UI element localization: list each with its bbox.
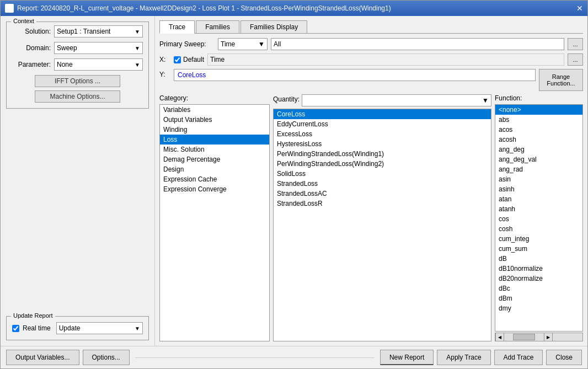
- quantity-label: Quantity:: [273, 95, 300, 103]
- list-item[interactable]: ang_deg: [495, 145, 582, 154]
- list-item[interactable]: StrandedLossR: [274, 199, 491, 208]
- tab-families-display[interactable]: Families Display: [240, 20, 307, 33]
- list-item[interactable]: Winding: [160, 125, 269, 135]
- y-value-display: CoreLoss: [174, 69, 536, 81]
- scroll-thumb[interactable]: [513, 334, 535, 340]
- list-item[interactable]: PerWindingStrandedLoss(Winding1): [274, 149, 491, 159]
- list-item[interactable]: dB20normalize: [495, 274, 582, 284]
- list-item[interactable]: cosh: [495, 224, 582, 234]
- quantity-select[interactable]: ▼: [302, 94, 491, 106]
- main-window: Report: 20240820_R-L_current_voltage - M…: [0, 0, 588, 369]
- list-item[interactable]: ExcessLoss: [274, 129, 491, 139]
- primary-sweep-dots-button[interactable]: ...: [568, 38, 583, 50]
- list-item[interactable]: EddyCurrentLoss: [274, 119, 491, 129]
- domain-label: Domain:: [12, 44, 51, 52]
- primary-sweep-select[interactable]: Time ▼: [218, 38, 268, 50]
- primary-sweep-arrow-icon: ▼: [258, 40, 265, 48]
- category-column: Category: Variables Output Variables Win…: [159, 94, 270, 341]
- list-item[interactable]: HysteresisLoss: [274, 139, 491, 149]
- list-item[interactable]: asinh: [495, 184, 582, 194]
- function-column: Function: <none> abs acos acosh ang_deg …: [495, 94, 583, 341]
- update-report-group: Update Report Real time Update ▼: [6, 316, 149, 340]
- list-item[interactable]: Variables: [160, 105, 269, 115]
- list-item[interactable]: <none>: [495, 105, 582, 115]
- quantity-arrow-icon: ▼: [482, 97, 489, 104]
- title-bar-left: Report: 20240820_R-L_current_voltage - M…: [5, 4, 391, 13]
- window-title: Report: 20240820_R-L_current_voltage - M…: [17, 4, 391, 12]
- list-item[interactable]: cos: [495, 214, 582, 224]
- list-item[interactable]: abs: [495, 115, 582, 125]
- category-list: Variables Output Variables Winding Loss …: [159, 104, 270, 341]
- primary-sweep-label: Primary Sweep:: [159, 40, 215, 48]
- list-item[interactable]: StrandedLossAC: [274, 189, 491, 199]
- x-dots-button[interactable]: ...: [568, 54, 583, 66]
- list-item[interactable]: StrandedLoss: [274, 179, 491, 189]
- list-item[interactable]: atan: [495, 194, 582, 204]
- list-item[interactable]: dmy: [495, 303, 582, 313]
- quantity-header: Quantity: ▼: [273, 94, 491, 106]
- list-item[interactable]: acos: [495, 125, 582, 135]
- close-window-icon[interactable]: ✕: [576, 4, 583, 13]
- list-item[interactable]: Loss: [160, 135, 269, 145]
- list-item[interactable]: CoreLoss: [274, 109, 491, 119]
- list-item[interactable]: Output Variables: [160, 115, 269, 125]
- tab-trace[interactable]: Trace: [159, 20, 195, 34]
- list-item[interactable]: atanh: [495, 204, 582, 214]
- add-trace-button[interactable]: Add Trace: [494, 350, 543, 365]
- list-item[interactable]: cum_sum: [495, 244, 582, 254]
- parameter-value: None: [57, 61, 73, 68]
- parameter-select[interactable]: None ▼: [54, 58, 143, 71]
- ifft-options-button[interactable]: IFFT Options ...: [35, 75, 120, 87]
- scroll-left-icon[interactable]: ◀: [495, 333, 504, 341]
- x-default-label: Default: [183, 56, 204, 63]
- primary-sweep-row: Primary Sweep: Time ▼ All ...: [159, 38, 583, 50]
- solution-value: Setup1 : Transient: [57, 28, 110, 35]
- list-item[interactable]: PerWindingStrandedLoss(Winding2): [274, 159, 491, 169]
- bottom-bar: Output Variables... Options... New Repor…: [1, 346, 587, 368]
- realtime-row: Real time Update ▼: [12, 322, 143, 334]
- parameter-row: Parameter: None ▼: [12, 58, 143, 71]
- list-item[interactable]: dB10normalize: [495, 264, 582, 274]
- scroll-right-icon[interactable]: ▶: [544, 333, 553, 341]
- range-function-label: Range: [552, 73, 570, 80]
- list-item[interactable]: dBm: [495, 293, 582, 303]
- list-item[interactable]: acosh: [495, 135, 582, 145]
- update-button-label: Update: [59, 324, 81, 332]
- close-button[interactable]: Close: [546, 350, 582, 365]
- list-item[interactable]: Expression Converge: [160, 184, 269, 194]
- list-item[interactable]: Expression Cache: [160, 174, 269, 184]
- x-default-checkbox[interactable]: [174, 56, 181, 63]
- parameter-arrow-icon: ▼: [135, 62, 140, 68]
- output-variables-button[interactable]: Output Variables...: [6, 350, 79, 365]
- domain-select[interactable]: Sweep ▼: [54, 42, 143, 54]
- function-list: <none> abs acos acosh ang_deg ang_deg_va…: [495, 104, 583, 331]
- list-item[interactable]: Demag Percentage: [160, 154, 269, 164]
- list-item[interactable]: dBc: [495, 284, 582, 293]
- new-report-button[interactable]: New Report: [380, 350, 434, 365]
- list-item[interactable]: Misc. Solution: [160, 145, 269, 154]
- quantity-list: CoreLoss EddyCurrentLoss ExcessLoss Hyst…: [273, 109, 491, 341]
- tab-families[interactable]: Families: [196, 20, 239, 33]
- list-item[interactable]: asin: [495, 174, 582, 184]
- tab-bar: Trace Families Families Display: [159, 20, 583, 34]
- function-scrollbar[interactable]: ◀ ▶: [495, 333, 583, 341]
- solution-select[interactable]: Setup1 : Transient ▼: [54, 25, 143, 38]
- realtime-checkbox[interactable]: [12, 325, 19, 332]
- solution-arrow-icon: ▼: [135, 29, 140, 35]
- update-arrow-icon: ▼: [135, 325, 140, 331]
- list-item[interactable]: Design: [160, 164, 269, 174]
- list-item[interactable]: ang_deg_val: [495, 154, 582, 164]
- title-bar: Report: 20240820_R-L_current_voltage - M…: [1, 1, 587, 16]
- range-function-button[interactable]: Range Function...: [539, 69, 583, 91]
- solution-row: Solution: Setup1 : Transient ▼: [12, 25, 143, 38]
- update-select[interactable]: Update ▼: [56, 322, 143, 334]
- options-button[interactable]: Options...: [83, 350, 130, 365]
- list-item[interactable]: dB: [495, 254, 582, 264]
- list-item[interactable]: SolidLoss: [274, 169, 491, 179]
- list-item[interactable]: ang_rad: [495, 164, 582, 174]
- machine-options-button[interactable]: Machine Options...: [35, 90, 120, 103]
- list-item[interactable]: cum_integ: [495, 234, 582, 244]
- apply-trace-button[interactable]: Apply Trace: [437, 350, 490, 365]
- category-label: Category:: [159, 94, 270, 102]
- main-content: Context Solution: Setup1 : Transient ▼ D…: [1, 16, 587, 346]
